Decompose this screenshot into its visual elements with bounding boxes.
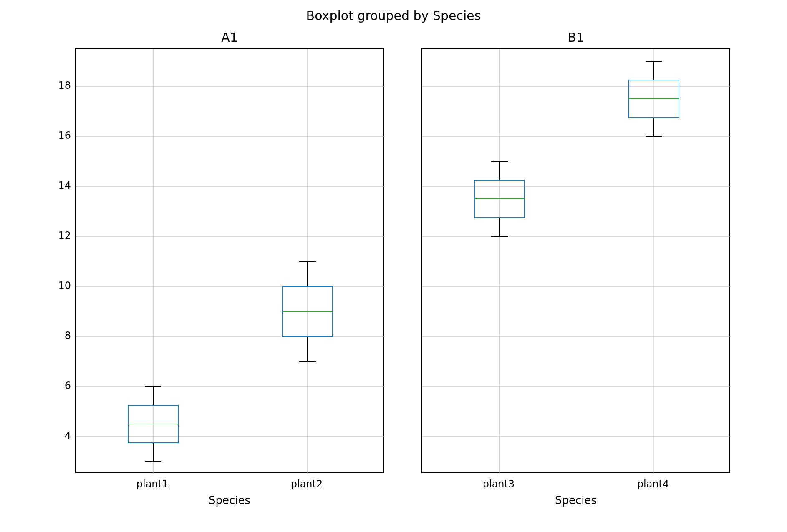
ytick-label: 8 [46,330,71,341]
panel-a1 [75,48,384,473]
panel-b1-title: B1 [421,30,730,45]
ytick-label: 10 [46,280,71,291]
panel-a1-xlabel: Species [75,494,384,507]
figure-suptitle: Boxplot grouped by Species [0,8,787,23]
ytick-label: 18 [46,80,71,91]
panel-b1-plot [422,49,731,474]
panel-a1-title: A1 [75,30,384,45]
panel-b1-xlabel: Species [421,494,730,507]
figure: Boxplot grouped by Species A1 B1 4681012… [0,0,787,532]
xtick-label: plant2 [277,478,336,490]
xtick-label: plant1 [123,478,182,490]
xtick-label: plant3 [469,478,528,490]
ytick-label: 14 [46,180,71,191]
ytick-label: 12 [46,230,71,241]
panel-b1 [421,48,730,473]
ytick-label: 4 [46,430,71,442]
panel-a1-plot [76,49,385,474]
ytick-label: 16 [46,130,71,141]
xtick-label: plant4 [624,478,682,490]
ytick-label: 6 [46,380,71,391]
